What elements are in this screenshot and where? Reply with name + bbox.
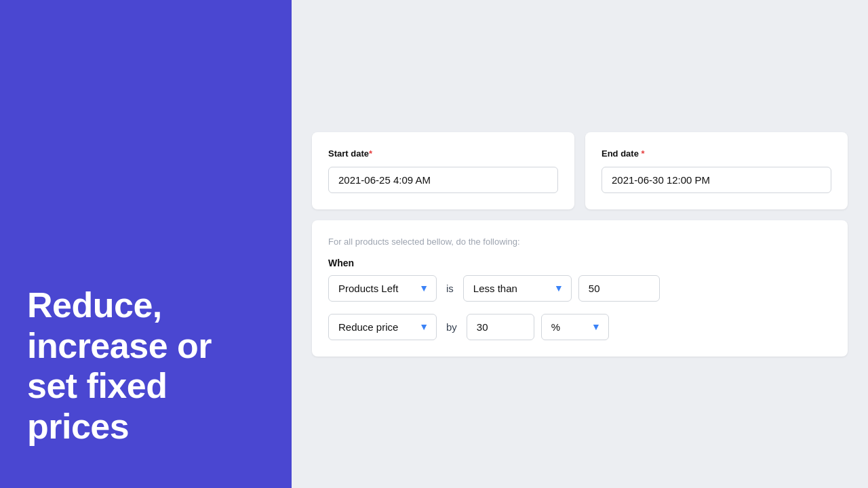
end-date-card: End date * <box>585 132 848 209</box>
end-date-label: End date * <box>601 148 831 159</box>
left-panel: Reduce, increase or set fixed prices <box>0 0 292 488</box>
right-panel: Start date* End date * For all products … <box>292 0 868 488</box>
date-row: Start date* End date * <box>312 132 848 209</box>
start-date-card: Start date* <box>312 132 574 209</box>
action-select[interactable]: Reduce price Increase price Set fixed pr… <box>328 314 437 340</box>
operator-select[interactable]: Less than Greater than Equal to <box>463 275 572 302</box>
end-date-input[interactable] <box>601 167 831 193</box>
action-wrapper: Reduce price Increase price Set fixed pr… <box>328 314 437 340</box>
unit-wrapper: % Fixed ▼ <box>541 314 609 340</box>
action-row: Reduce price Increase price Set fixed pr… <box>328 314 831 340</box>
by-label: by <box>443 321 460 333</box>
rule-card: For all products selected bellow, do the… <box>312 220 848 357</box>
start-date-label: Start date* <box>328 148 558 159</box>
rule-description: For all products selected bellow, do the… <box>328 237 831 247</box>
hero-headline: Reduce, increase or set fixed prices <box>27 285 264 447</box>
unit-select[interactable]: % Fixed <box>541 314 609 340</box>
by-value-input[interactable] <box>467 314 534 340</box>
is-label: is <box>443 283 456 294</box>
condition-select[interactable]: Products Left Products Sold Revenue <box>328 275 437 302</box>
start-date-input[interactable] <box>328 167 558 193</box>
threshold-input[interactable] <box>578 275 660 302</box>
products-left-wrapper: Products Left Products Sold Revenue ▼ <box>328 275 437 302</box>
operator-wrapper: Less than Greater than Equal to ▼ <box>463 275 572 302</box>
when-label: When <box>328 258 831 268</box>
cards-container: Start date* End date * For all products … <box>312 132 848 357</box>
condition-row: Products Left Products Sold Revenue ▼ is… <box>328 275 831 302</box>
